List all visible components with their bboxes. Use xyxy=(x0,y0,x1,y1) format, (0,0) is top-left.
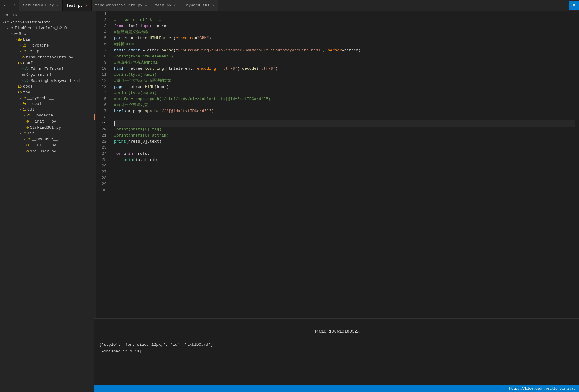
tab-nav-prev[interactable]: ‹ xyxy=(0,0,10,11)
tab-close-testpy[interactable]: ✕ xyxy=(85,3,87,8)
folder-label: lib xyxy=(27,131,94,136)
terminal-output-finished: [Finished in 1.1s] xyxy=(99,348,574,355)
folder-src[interactable]: ▾ 🗁 Src xyxy=(0,31,94,37)
py-icon: ⚙ xyxy=(26,149,29,154)
line-num-29: 29 xyxy=(98,181,108,187)
code-line-29 xyxy=(114,181,575,187)
code-line-26 xyxy=(114,163,575,169)
tab-close-strfindgui[interactable]: ✕ xyxy=(56,3,58,8)
code-line-24: for a in hrefs: xyxy=(114,151,575,157)
status-url: https://blog.csdn.net/lc_buzhidao xyxy=(509,387,575,390)
folder-label: docs xyxy=(23,84,94,89)
code-line-20: #print(hrefs[0].tag) xyxy=(114,127,575,133)
folder-icon: 🗁 xyxy=(18,37,22,42)
active-line-indicator xyxy=(94,114,95,120)
folder-pycache-foo[interactable]: ▸ 🗁 __pycache__ xyxy=(0,95,94,101)
code-line-11: #print(type(html)) xyxy=(114,72,575,78)
line-num-30: 30 xyxy=(98,187,108,193)
file-idcardinfo[interactable]: ▸ </> IdcardInfo.xml xyxy=(0,66,94,72)
file-init-gui[interactable]: ▸ ⚙ __init__.py xyxy=(0,118,94,124)
folder-icon: 🗁 xyxy=(22,43,26,48)
folder-gui[interactable]: ▾ 🗁 GUI xyxy=(0,107,94,113)
folder-foo[interactable]: ▾ 🗁 foo xyxy=(0,89,94,95)
folder-bin[interactable]: ▾ 🗁 bin xyxy=(0,37,94,43)
tab-label: Test.py xyxy=(66,3,83,8)
py-icon: ⚙ xyxy=(26,143,29,147)
folder-FindSensitiveInfo[interactable]: ▾ 🗁 FindSensitiveInfo xyxy=(0,19,94,25)
file-keyword-ini[interactable]: ▸ ▤ Keyword.ini xyxy=(0,72,94,78)
code-line-6: #解析htmml, xyxy=(114,41,575,47)
folder-pycache-bin[interactable]: ▸ 🗁 __pycache__ xyxy=(0,43,94,48)
folder-lib[interactable]: ▾ 🗁 lib xyxy=(0,130,94,136)
folder-label: FindSensitiveInfo_b2.0 xyxy=(15,26,94,30)
folder-global[interactable]: ▸ 🗁 global xyxy=(0,101,94,107)
line-num-18: 18 xyxy=(98,114,108,120)
folder-label: Src xyxy=(19,32,94,36)
arrow-icon: ▾ xyxy=(7,26,9,30)
folder-b2[interactable]: ▾ 🗁 FindSensitiveInfo_b2.0 xyxy=(0,25,94,31)
code-content[interactable]: # --coding:utf-8-- # from lxml import et… xyxy=(110,11,579,318)
line-num-13: 13 xyxy=(98,84,108,90)
folder-icon: 🗁 xyxy=(22,96,26,100)
file-label: findSensitiveInfo.py xyxy=(26,55,94,60)
tab-nav-next[interactable]: › xyxy=(10,0,19,11)
arrow-icon: ▸ xyxy=(19,102,21,106)
tab-testpy[interactable]: Test.py ✕ xyxy=(63,0,92,11)
folder-icon: 🗁 xyxy=(5,20,9,25)
code-line-7: htmlelement = etree.parse("D:\GrgBanking… xyxy=(114,47,575,54)
terminal-output-id-value: 44018419861018032X xyxy=(99,328,574,335)
folder-label: __pycache__ xyxy=(32,137,94,141)
py-icon: ⚙ xyxy=(22,55,25,60)
folder-label: __pycache__ xyxy=(32,113,94,118)
corner-button[interactable]: ≡ xyxy=(569,1,579,10)
tab-close-mainpy[interactable]: ✕ xyxy=(174,3,176,8)
file-label: ini_user.py xyxy=(30,149,94,154)
tab-close-keyword[interactable]: ✕ xyxy=(212,3,214,8)
line-num-12: 12 xyxy=(98,78,108,84)
code-line-3: from lxml import etree xyxy=(114,23,575,29)
file-init-lib[interactable]: ▸ ⚙ __init__.py xyxy=(0,142,94,148)
tab-close-findsensitive[interactable]: ✕ xyxy=(145,3,147,8)
tab-label: findSensitiveInfo.py xyxy=(95,3,143,8)
file-strfindgui[interactable]: ▸ ⚙ StrFindGUI.py xyxy=(0,124,94,130)
code-line-28 xyxy=(114,175,575,181)
file-label: MeaningForKeyword.xml xyxy=(30,78,94,83)
folder-pycache-lib[interactable]: ▸ 🗁 __pycache__ xyxy=(0,136,94,142)
file-label: Keyword.ini xyxy=(26,73,94,77)
code-line-22: print(hrefs[0].text) xyxy=(114,139,575,145)
code-line-15: #hrefs = page.xpath("/html/body/div/tabl… xyxy=(114,96,575,102)
tab-label: main.py xyxy=(155,3,172,8)
file-label: __init__.py xyxy=(30,143,94,147)
folder-docs[interactable]: ▸ 🗁 docs xyxy=(0,84,94,89)
tab-mainpy[interactable]: main.py ✕ xyxy=(151,0,180,11)
line-num-2: 2 xyxy=(98,17,108,23)
tab-label: StrFindGUI.py xyxy=(23,3,54,8)
folder-script[interactable]: ▸ 🗁 script xyxy=(0,48,94,54)
folder-conf[interactable]: ▾ 🗁 conf xyxy=(0,60,94,66)
line-num-10: 10 xyxy=(98,66,108,72)
folder-icon: 🗁 xyxy=(18,90,22,95)
ini-icon: ▤ xyxy=(22,72,25,77)
file-label: StrFindGUI.py xyxy=(30,125,94,130)
line-num-28: 28 xyxy=(98,175,108,181)
folder-pycache-gui[interactable]: ▸ 🗁 __pycache__ xyxy=(0,113,94,118)
line-num-21: 21 xyxy=(98,133,108,139)
file-meaningforkeyword[interactable]: ▸ </> MeaningForKeyword.xml xyxy=(0,78,94,84)
folder-label: __pycache__ xyxy=(27,96,94,100)
file-findsensitiveinfo[interactable]: ▸ ⚙ findSensitiveInfo.py xyxy=(0,54,94,60)
code-line-12: #返回一个支持xPath语法的对象 xyxy=(114,78,575,84)
sidebar: FOLDERS ▾ 🗁 FindSensitiveInfo ▾ 🗁 FindSe… xyxy=(0,11,94,392)
arrow-icon: ▾ xyxy=(15,91,17,94)
code-editor[interactable]: 1 2 3 4 5 6 7 8 9 10 11 12 13 14 15 16 1 xyxy=(96,11,579,318)
tab-findsensitive[interactable]: findSensitiveInfo.py ✕ xyxy=(92,0,151,11)
tab-keyword[interactable]: Keyword.ini ✕ xyxy=(180,0,218,11)
line-num-6: 6 xyxy=(98,41,108,47)
code-line-17: hrefs = page.xpath("//*[@id='txtIDCard']… xyxy=(114,108,575,114)
folder-label: bin xyxy=(23,37,94,42)
line-num-23: 23 xyxy=(98,145,108,151)
tab-strfindgui[interactable]: StrFindGUI.py ✕ xyxy=(19,0,63,11)
file-iniuser[interactable]: ▸ ⚙ ini_user.py xyxy=(0,148,94,154)
code-line-4: #创建自定义解析器 xyxy=(114,29,575,35)
code-line-1 xyxy=(114,11,575,17)
code-line-9: #输出字符串格式的html xyxy=(114,60,575,66)
